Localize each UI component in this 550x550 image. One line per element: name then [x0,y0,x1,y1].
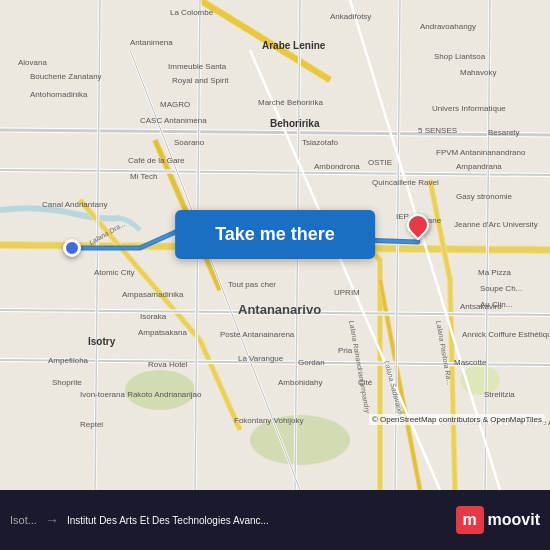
route-arrow: → [45,512,59,528]
moovit-logo-text: moovit [488,511,540,529]
destination-pin [402,209,433,240]
osm-attribution: © OpenStreetMap contributors & OpenMapTi… [369,414,545,425]
origin-marker [63,239,81,257]
map-container: La ColombeAnkadifotsyAndravoahangyAntani… [0,0,550,490]
destination-marker [407,214,429,242]
destination-label: Institut Des Arts Et Des Technologies Av… [67,515,448,526]
origin-label: Isot... [10,514,37,526]
bottom-bar: Isot... → Institut Des Arts Et Des Techn… [0,490,550,550]
moovit-logo: m moovit [456,506,540,534]
moovit-logo-icon: m [456,506,484,534]
take-me-there-button[interactable]: Take me there [175,210,375,259]
